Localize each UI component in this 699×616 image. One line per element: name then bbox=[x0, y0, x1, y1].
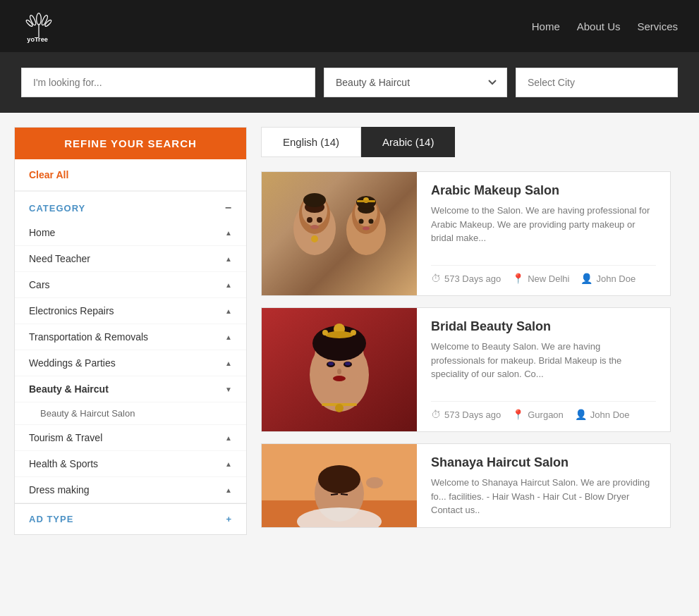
svg-point-14 bbox=[311, 235, 318, 242]
main-content: REFINE YOUR SEARCH Clear All CATEGORY − … bbox=[0, 113, 699, 553]
tab-english[interactable]: English (14) bbox=[261, 127, 361, 157]
results-tabs: English (14) Arabic (14) bbox=[261, 127, 671, 157]
header: yoTree Home About Us Services bbox=[0, 0, 699, 52]
arabic-salon-image bbox=[262, 172, 417, 295]
results-area: English (14) Arabic (14) bbox=[247, 127, 685, 539]
svg-rect-25 bbox=[357, 200, 375, 202]
listing-image-2 bbox=[262, 308, 417, 431]
sidebar-item-tourism[interactable]: Tourism & Travel ▲ bbox=[15, 425, 246, 451]
svg-text:yoTree: yoTree bbox=[27, 36, 48, 43]
listing-card-2[interactable]: Bridal Beauty Salon Welcome to Beauty Sa… bbox=[261, 307, 671, 432]
svg-point-1 bbox=[29, 15, 37, 26]
arrow-icon: ▲ bbox=[225, 255, 232, 263]
svg-point-39 bbox=[333, 376, 346, 381]
meta-location-1: 📍 New Delhi bbox=[512, 273, 569, 284]
sidebar-item-transportation[interactable]: Transportation & Removals ▲ bbox=[15, 324, 246, 350]
sidebar-item-beauty[interactable]: Beauty & Haircut ▼ bbox=[15, 376, 246, 402]
listing-content-2: Bridal Beauty Salon Welcome to Beauty Sa… bbox=[417, 308, 670, 431]
search-bar: Beauty & Haircut Home Need Teacher Cars … bbox=[0, 52, 699, 113]
ad-type-label: AD TYPE bbox=[29, 514, 73, 524]
svg-point-37 bbox=[328, 362, 334, 366]
svg-point-0 bbox=[37, 13, 42, 25]
sidebar-item-weddings[interactable]: Weddings & Parties ▲ bbox=[15, 350, 246, 376]
listing-card-3[interactable]: Shanaya Haircut Salon Welcome to Shanaya… bbox=[261, 443, 671, 528]
svg-point-21 bbox=[369, 219, 374, 224]
category-label: CATEGORY bbox=[29, 203, 85, 214]
sidebar-item-need-teacher[interactable]: Need Teacher ▲ bbox=[15, 246, 246, 272]
sidebar-item-health[interactable]: Health & Sports ▲ bbox=[15, 451, 246, 477]
listing-desc-3: Welcome to Shanaya Haircut Salon. We are… bbox=[431, 476, 656, 517]
nav: Home About Us Services bbox=[532, 20, 678, 32]
svg-point-32 bbox=[325, 331, 353, 338]
svg-point-11 bbox=[307, 217, 312, 223]
location-icon: 📍 bbox=[512, 273, 524, 284]
sidebar: REFINE YOUR SEARCH Clear All CATEGORY − … bbox=[14, 127, 247, 535]
user-icon: 👤 bbox=[581, 273, 592, 284]
listing-card-1[interactable]: Arabic Makeup Salon Welcome to the Salon… bbox=[261, 171, 671, 296]
arrow-icon: ▲ bbox=[225, 434, 232, 442]
sidebar-item-cars[interactable]: Cars ▲ bbox=[15, 272, 246, 298]
sidebar-item-dress[interactable]: Dress making ▲ bbox=[15, 477, 246, 503]
listing-desc-1: Welcome to the Salon. We are having prof… bbox=[431, 204, 656, 245]
meta-location-2: 📍 Gurgaon bbox=[512, 409, 564, 420]
haircut-salon-image bbox=[262, 444, 417, 528]
arrow-icon: ▲ bbox=[225, 486, 232, 494]
nav-about[interactable]: About Us bbox=[577, 20, 621, 32]
listing-desc-2: Welcome to Beauty Salon. We are having p… bbox=[431, 340, 656, 381]
ad-type-plus-icon: + bbox=[226, 514, 232, 524]
listing-title-2: Bridal Beauty Salon bbox=[431, 319, 656, 334]
listing-image-1 bbox=[262, 172, 417, 295]
svg-point-33 bbox=[322, 330, 328, 335]
arrow-icon: ▲ bbox=[225, 307, 232, 315]
clock-icon: ⏱ bbox=[431, 409, 441, 420]
nav-home[interactable]: Home bbox=[532, 20, 560, 32]
svg-point-20 bbox=[359, 219, 364, 224]
svg-point-13 bbox=[310, 225, 319, 229]
category-select[interactable]: Beauty & Haircut Home Need Teacher Cars … bbox=[324, 68, 507, 97]
city-input[interactable] bbox=[516, 68, 678, 97]
logo-area: yoTree bbox=[21, 8, 56, 44]
meta-user-1: 👤 John Doe bbox=[581, 273, 636, 284]
location-icon: 📍 bbox=[512, 409, 524, 420]
listing-content-3: Shanaya Haircut Salon Welcome to Shanaya… bbox=[417, 444, 670, 528]
listing-meta-1: ⏱ 573 Days ago 📍 New Delhi 👤 John Doe bbox=[431, 265, 656, 284]
nav-services[interactable]: Services bbox=[637, 20, 678, 32]
sidebar-item-home[interactable]: Home ▲ bbox=[15, 220, 246, 246]
arrow-icon: ▲ bbox=[225, 460, 232, 468]
search-input[interactable] bbox=[21, 68, 315, 97]
listing-title-3: Shanaya Haircut Salon bbox=[431, 455, 656, 470]
clock-icon: ⏱ bbox=[431, 273, 441, 284]
arrow-icon: ▼ bbox=[225, 386, 232, 393]
listing-title-1: Arabic Makeup Salon bbox=[431, 183, 656, 198]
meta-user-2: 👤 John Doe bbox=[575, 409, 630, 420]
logo-icon: yoTree bbox=[21, 8, 56, 44]
ad-type-section[interactable]: AD TYPE + bbox=[15, 503, 246, 534]
listing-meta-2: ⏱ 573 Days ago 📍 Gurgaon 👤 John Doe bbox=[431, 401, 656, 420]
listing-content-1: Arabic Makeup Salon Welcome to the Salon… bbox=[417, 172, 670, 295]
sidebar-item-electronics[interactable]: Electronics Repairs ▲ bbox=[15, 298, 246, 324]
svg-point-2 bbox=[41, 15, 49, 26]
arrow-icon: ▲ bbox=[225, 281, 232, 289]
svg-point-40 bbox=[337, 369, 341, 374]
arrow-icon: ▲ bbox=[225, 333, 232, 341]
svg-line-48 bbox=[341, 494, 348, 495]
svg-point-46 bbox=[318, 465, 360, 493]
category-minus-icon: − bbox=[225, 202, 232, 214]
svg-point-34 bbox=[351, 330, 356, 335]
svg-point-22 bbox=[363, 227, 370, 230]
user-icon: 👤 bbox=[575, 409, 587, 420]
svg-line-47 bbox=[331, 494, 338, 495]
category-section: CATEGORY − bbox=[15, 191, 246, 220]
listing-image-3 bbox=[262, 444, 417, 528]
tab-arabic[interactable]: Arabic (14) bbox=[361, 127, 455, 157]
meta-time-2: ⏱ 573 Days ago bbox=[431, 409, 501, 420]
svg-point-42 bbox=[335, 404, 344, 412]
sidebar-header: REFINE YOUR SEARCH bbox=[15, 128, 246, 159]
svg-point-12 bbox=[317, 217, 322, 223]
arrow-icon: ▲ bbox=[225, 359, 232, 367]
arrow-icon: ▲ bbox=[225, 229, 232, 237]
bridal-salon-image bbox=[262, 308, 417, 431]
sidebar-sub-item-beauty-salon[interactable]: Beauty & Haircut Salon bbox=[15, 402, 246, 425]
svg-point-15 bbox=[303, 193, 326, 207]
clear-all-button[interactable]: Clear All bbox=[15, 159, 246, 191]
